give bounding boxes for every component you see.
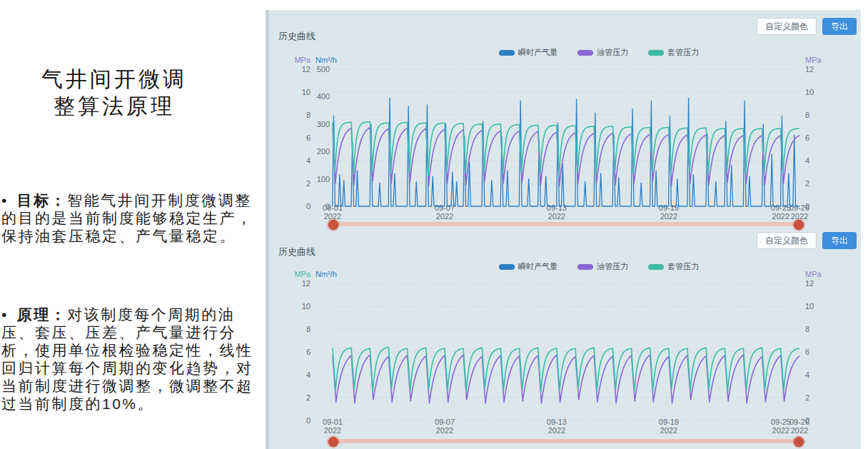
history-chart-1[interactable]: 1212101088664422005004003002001000MPaNm³… <box>266 53 868 227</box>
svg-text:2: 2 <box>306 179 311 188</box>
toolbar-1: 自定义颜色 导出 <box>757 18 857 35</box>
svg-text:12: 12 <box>805 65 814 74</box>
svg-text:6: 6 <box>805 348 809 356</box>
bullet-principle-label: 原理： <box>17 306 68 323</box>
svg-text:6: 6 <box>306 133 311 142</box>
history-curve-card-1: 自定义颜色 导出 历史曲线 瞬时产气量 油管压力 套管压力 1212101088… <box>266 10 861 227</box>
svg-text:6: 6 <box>306 348 311 356</box>
svg-text:Nm³/h: Nm³/h <box>316 270 337 278</box>
svg-text:2022: 2022 <box>548 426 565 435</box>
svg-text:MPa: MPa <box>805 270 822 278</box>
customize-color-button[interactable]: 自定义颜色 <box>757 18 817 35</box>
toolbar-2: 自定义颜色 导出 <box>757 232 857 249</box>
bullet-principle: •原理：对该制度每个周期的油压、套压、压差、产气量进行分析，使用单位根检验稳定性… <box>1 306 261 413</box>
svg-text:2022: 2022 <box>324 426 341 435</box>
svg-text:0: 0 <box>306 416 311 425</box>
bullet-goal: •目标：智能气井间开制度微调整的目的是当前制度能够稳定生产，保持油套压稳定、产气… <box>1 191 261 245</box>
history-curve-card-2: 自定义颜色 导出 历史曲线 瞬时产气量 油管压力 套管压力 1212101088… <box>266 227 861 449</box>
card-title: 历史曲线 <box>278 246 316 258</box>
svg-text:MPa: MPa <box>805 56 822 64</box>
svg-text:2: 2 <box>805 393 809 402</box>
slide-text-panel: 气井间开微调 整算法原理 •目标：智能气井间开制度微调整的目的是当前制度能够稳定… <box>0 0 266 449</box>
card-title: 历史曲线 <box>278 30 316 43</box>
svg-text:200: 200 <box>317 147 330 156</box>
svg-text:2022: 2022 <box>548 212 565 221</box>
datazoom-right-handle[interactable] <box>794 437 804 447</box>
svg-text:09-07: 09-07 <box>435 418 455 426</box>
svg-text:2022: 2022 <box>436 212 453 221</box>
svg-text:MPa: MPa <box>294 270 311 278</box>
svg-text:2022: 2022 <box>660 212 677 221</box>
history-chart-2[interactable]: 121210108866442200MPaNm³/hMPa09-01202209… <box>266 270 868 438</box>
slide-title: 气井间开微调 整算法原理 <box>7 66 221 120</box>
svg-text:8: 8 <box>306 325 311 333</box>
legend-marker-icon <box>648 264 664 270</box>
svg-text:4: 4 <box>805 370 809 379</box>
bullet-dot: • <box>1 306 9 323</box>
slide-title-line1: 气井间开微调 <box>7 66 221 93</box>
svg-text:0: 0 <box>306 202 311 211</box>
export-button[interactable]: 导出 <box>822 232 857 249</box>
svg-text:8: 8 <box>306 111 311 119</box>
datazoom-slider-2[interactable] <box>333 439 799 443</box>
svg-text:10: 10 <box>805 302 814 311</box>
dashboard-panel: 自定义颜色 导出 历史曲线 瞬时产气量 油管压力 套管压力 1212101088… <box>266 10 861 449</box>
bullet-goal-label: 目标： <box>17 192 68 208</box>
svg-text:6: 6 <box>805 133 809 142</box>
svg-text:2: 2 <box>805 179 809 188</box>
svg-text:Nm³/h: Nm³/h <box>316 56 337 64</box>
svg-text:09-13: 09-13 <box>547 418 567 426</box>
svg-text:8: 8 <box>805 111 809 119</box>
svg-text:10: 10 <box>302 88 311 96</box>
export-button[interactable]: 导出 <box>822 18 857 35</box>
customize-color-button[interactable]: 自定义颜色 <box>757 232 817 249</box>
svg-text:09-26: 09-26 <box>789 203 809 212</box>
legend-marker-icon <box>499 264 515 270</box>
svg-text:2022: 2022 <box>436 426 453 435</box>
svg-text:8: 8 <box>805 325 809 333</box>
datazoom-slider-1[interactable] <box>333 222 799 226</box>
svg-text:500: 500 <box>317 65 330 74</box>
svg-text:100: 100 <box>317 175 330 183</box>
svg-text:2022: 2022 <box>791 426 808 435</box>
datazoom-left-handle[interactable] <box>328 437 338 447</box>
svg-text:10: 10 <box>805 88 814 96</box>
svg-text:10: 10 <box>302 302 311 311</box>
svg-text:2022: 2022 <box>772 426 789 435</box>
svg-text:12: 12 <box>302 279 311 288</box>
svg-text:12: 12 <box>805 279 814 288</box>
svg-text:4: 4 <box>306 370 311 379</box>
svg-text:MPa: MPa <box>294 56 311 64</box>
svg-text:4: 4 <box>306 156 311 165</box>
slide-title-line2: 整算法原理 <box>7 93 221 120</box>
svg-text:300: 300 <box>317 120 330 128</box>
svg-text:2: 2 <box>306 393 311 402</box>
svg-text:09-01: 09-01 <box>323 418 343 426</box>
svg-text:09-26: 09-26 <box>789 418 809 426</box>
svg-text:400: 400 <box>317 92 330 101</box>
svg-text:09-25: 09-25 <box>771 418 791 426</box>
bullet-dot: • <box>1 192 9 208</box>
svg-text:2022: 2022 <box>660 426 677 435</box>
legend-marker-icon <box>577 264 593 270</box>
svg-text:09-19: 09-19 <box>659 418 679 426</box>
svg-text:2022: 2022 <box>772 212 789 221</box>
svg-text:12: 12 <box>302 65 311 74</box>
svg-text:4: 4 <box>805 156 809 165</box>
